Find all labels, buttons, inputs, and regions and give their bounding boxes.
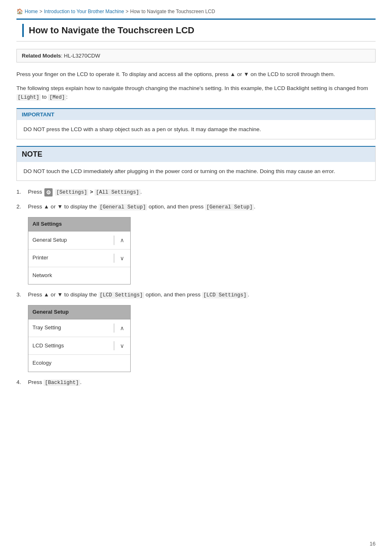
step-2-code1: [General Setup] <box>99 204 148 210</box>
menu2-header: General Setup <box>28 305 130 319</box>
step-3: 3. Press ▲ or ▼ to display the [LCD Sett… <box>16 290 376 299</box>
code-light: [Light] <box>16 94 41 101</box>
menu1-item-3: Network <box>28 267 130 284</box>
step-2-code2: [General Setup] <box>205 204 254 210</box>
home-icon: 🏠 <box>16 8 23 14</box>
step-2-num: 2. <box>16 202 25 211</box>
step-3-code2: [LCD Settings] <box>202 292 248 298</box>
body-text-2: The following steps explain how to navig… <box>16 84 376 102</box>
menu2-item-2: LCD Settings ∨ <box>28 337 130 355</box>
page-number: 16 <box>370 541 376 547</box>
step-3-num: 3. <box>16 290 25 299</box>
page-title: How to Navigate the Touchscreen LCD <box>29 25 194 36</box>
breadcrumb-home-link[interactable]: Home <box>25 9 38 14</box>
menu1-item-2-arrow: ∨ <box>114 254 126 263</box>
page-title-section: How to Navigate the Touchscreen LCD <box>16 18 376 42</box>
step-1: 1. Press ⚙ [Settings] > [All Settings]. <box>16 187 376 197</box>
step-4-num: 4. <box>16 378 25 387</box>
step-4: 4. Press [Backlight]. <box>16 378 376 387</box>
important-box: IMPORTANT DO NOT press the LCD with a sh… <box>16 108 376 139</box>
code-med: [Med] <box>48 94 66 101</box>
body-text-1: Press your finger on the LCD to operate … <box>16 70 376 79</box>
menu2-item-1: Tray Setting ∧ <box>28 319 130 337</box>
menu2-item-1-arrow: ∧ <box>114 324 126 333</box>
menu1-box: All Settings General Setup ∧ Printer ∨ N… <box>28 217 131 284</box>
step-2: 2. Press ▲ or ▼ to display the [General … <box>16 202 376 211</box>
step-2-content: Press ▲ or ▼ to display the [General Set… <box>28 202 376 211</box>
menu2-box: General Setup Tray Setting ∧ LCD Setting… <box>28 305 131 372</box>
menu1-item-1-arrow: ∧ <box>114 236 126 245</box>
breadcrumb: 🏠 Home > Introduction to Your Brother Ma… <box>16 8 376 14</box>
breadcrumb-sep2: > <box>126 9 129 14</box>
menu1-item-1: General Setup ∧ <box>28 231 130 249</box>
breadcrumb-sep1: > <box>39 9 42 14</box>
step-1-num: 1. <box>16 187 25 197</box>
related-models-value: HL-L3270CDW <box>64 53 100 59</box>
menu2-item-3: Ecology <box>28 355 130 372</box>
note-box: NOTE DO NOT touch the LCD immediately af… <box>16 146 376 181</box>
step-1-code1: [Settings] <box>55 189 88 196</box>
menu2-item-2-arrow: ∨ <box>114 341 126 350</box>
menu1-container: All Settings General Setup ∧ Printer ∨ N… <box>16 217 376 284</box>
related-models-label: Related Models <box>22 53 61 59</box>
breadcrumb-intro-link[interactable]: Introduction to Your Brother Machine <box>44 9 124 14</box>
related-models-box: Related Models: HL-L3270CDW <box>16 49 376 62</box>
important-header: IMPORTANT <box>17 109 375 120</box>
breadcrumb-current: How to Navigate the Touchscreen LCD <box>130 9 215 14</box>
step-1-content: Press ⚙ [Settings] > [All Settings]. <box>28 187 376 197</box>
menu1-item-2: Printer ∨ <box>28 250 130 267</box>
settings-icon: ⚙ <box>44 188 53 197</box>
step-3-code1: [LCD Settings] <box>99 292 144 298</box>
step-4-content: Press [Backlight]. <box>28 378 376 387</box>
step-1-code2: [All Settings] <box>95 189 140 196</box>
note-content: DO NOT touch the LCD immediately after p… <box>17 162 375 181</box>
menu2-container: General Setup Tray Setting ∧ LCD Setting… <box>16 305 376 372</box>
steps-list: 1. Press ⚙ [Settings] > [All Settings]. … <box>16 187 376 387</box>
step-4-code1: [Backlight] <box>44 379 80 386</box>
menu1-header: All Settings <box>28 217 130 231</box>
note-header: NOTE <box>17 147 375 162</box>
important-content: DO NOT press the LCD with a sharp object… <box>17 120 375 139</box>
step-3-content: Press ▲ or ▼ to display the [LCD Setting… <box>28 290 376 299</box>
title-bar-accent <box>22 24 24 37</box>
